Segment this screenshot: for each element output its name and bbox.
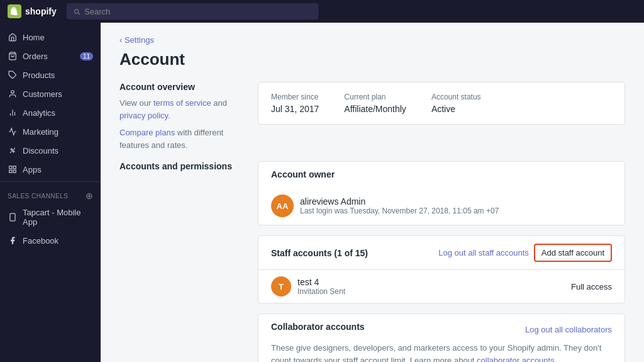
svg-rect-10 xyxy=(13,166,16,169)
marketing-icon xyxy=(8,127,18,137)
search-icon xyxy=(73,8,80,16)
staff-accounts-heading: Staff accounts (1 of 15) xyxy=(271,248,368,258)
orders-icon xyxy=(8,51,18,61)
accounts-permissions-heading: Accounts and permissions xyxy=(119,161,245,171)
sidebar-item-products[interactable]: Products xyxy=(0,65,101,84)
discounts-icon xyxy=(8,145,18,156)
collaborator-accounts-card: Collaborator accounts Log out all collab… xyxy=(258,314,625,362)
sidebar: Home Orders 11 Products Customers Anal xyxy=(0,23,101,362)
main-layout: Home Orders 11 Products Customers Anal xyxy=(0,23,644,362)
topbar: shopify xyxy=(0,0,644,23)
terms-link[interactable]: terms of service xyxy=(153,98,211,108)
logout-all-staff-link[interactable]: Log out all staff accounts xyxy=(438,248,529,257)
svg-rect-13 xyxy=(10,213,15,221)
svg-rect-9 xyxy=(9,166,12,169)
collaborator-heading: Collaborator accounts xyxy=(271,322,365,332)
account-owner-heading-row: Account owner xyxy=(258,162,625,187)
facebook-icon xyxy=(8,235,18,246)
account-owner-row: AA alireviews Admin Last login was Tuesd… xyxy=(258,187,625,225)
owner-name: alireviews Admin xyxy=(300,196,499,206)
svg-rect-12 xyxy=(9,170,12,173)
page-title: Account xyxy=(119,50,625,69)
sidebar-item-tapcart[interactable]: Tapcart - Mobile App xyxy=(0,203,101,231)
svg-point-2 xyxy=(11,91,14,94)
member-since: Member since Jul 31, 2017 xyxy=(271,93,319,114)
sidebar-item-apps[interactable]: Apps xyxy=(0,160,101,179)
staff-access: Full access xyxy=(571,282,612,291)
shopify-text: shopify xyxy=(25,6,57,16)
analytics-icon xyxy=(8,108,18,118)
customers-icon xyxy=(8,89,18,99)
collaborator-description: These give designers, developers, and ma… xyxy=(258,342,625,362)
sidebar-item-customers[interactable]: Customers xyxy=(0,84,101,103)
shopify-icon xyxy=(8,4,21,18)
staff-accounts-header: Staff accounts (1 of 15) Log out all sta… xyxy=(258,236,625,270)
staff-accounts-card: Staff accounts (1 of 15) Log out all sta… xyxy=(258,235,625,303)
staff-avatar: T xyxy=(271,276,291,297)
owner-avatar: AA xyxy=(271,195,294,217)
main-content: Settings Account Account overview View o… xyxy=(101,23,644,362)
accounts-permissions-left: Accounts and permissions xyxy=(119,161,245,362)
orders-badge: 11 xyxy=(80,52,93,60)
tapcart-icon xyxy=(8,212,18,222)
accounts-permissions-section: Accounts and permissions Account owner A… xyxy=(119,161,625,362)
svg-point-6 xyxy=(11,149,12,150)
sales-channels-section: SALES CHANNELS ⊕ xyxy=(0,184,101,203)
account-overview-heading: Account overview xyxy=(119,82,245,92)
account-overview-text: View our terms of service and privacy po… xyxy=(119,97,245,122)
account-overview-left: Account overview View our terms of servi… xyxy=(119,82,245,151)
privacy-link[interactable]: privacy policy xyxy=(119,111,168,120)
account-owner-card: Account owner AA alireviews Admin Last l… xyxy=(258,161,625,225)
owner-last-login: Last login was Tuesday, November 27, 201… xyxy=(300,206,499,215)
sidebar-item-discounts[interactable]: Discounts xyxy=(0,141,101,160)
staff-status: Invitation Sent xyxy=(297,287,571,296)
owner-info: alireviews Admin Last login was Tuesday,… xyxy=(300,196,499,215)
add-sales-channel-button[interactable]: ⊕ xyxy=(86,191,94,201)
collaborator-accounts-link[interactable]: collaborator accounts xyxy=(477,356,555,363)
accounts-permissions-right: Account owner AA alireviews Admin Last l… xyxy=(258,161,625,362)
breadcrumb[interactable]: Settings xyxy=(119,35,625,45)
sidebar-item-marketing[interactable]: Marketing xyxy=(0,122,101,141)
svg-point-7 xyxy=(13,151,14,152)
home-icon xyxy=(8,32,18,42)
account-overview-card: Member since Jul 31, 2017 Current plan A… xyxy=(258,82,625,151)
sidebar-item-orders[interactable]: Orders 11 xyxy=(0,47,101,65)
search-input[interactable] xyxy=(84,7,312,16)
collaborator-header: Collaborator accounts Log out all collab… xyxy=(258,314,625,342)
staff-actions: Log out all staff accounts Add staff acc… xyxy=(438,244,612,262)
compare-plans-link[interactable]: Compare plans xyxy=(119,128,175,137)
svg-rect-11 xyxy=(13,170,16,173)
products-icon xyxy=(8,70,18,80)
staff-name: test 4 xyxy=(297,277,571,287)
account-status: Account status Active xyxy=(431,93,481,114)
account-owner-heading: Account owner xyxy=(271,169,612,179)
staff-row: T test 4 Invitation Sent Full access xyxy=(258,270,625,303)
compare-plans-text: Compare plans with different features an… xyxy=(119,127,245,151)
search-bar[interactable] xyxy=(67,3,318,20)
sidebar-item-facebook[interactable]: Facebook xyxy=(0,231,101,250)
add-staff-account-button[interactable]: Add staff account xyxy=(534,244,612,262)
sidebar-item-analytics[interactable]: Analytics xyxy=(0,103,101,122)
current-plan: Current plan Affiliate/Monthly xyxy=(344,93,406,114)
apps-icon xyxy=(8,164,18,174)
logout-all-collaborators-link[interactable]: Log out all collaborators xyxy=(525,325,612,334)
shopify-logo: shopify xyxy=(8,4,57,18)
staff-info: test 4 Invitation Sent xyxy=(297,277,571,296)
account-stats-card: Member since Jul 31, 2017 Current plan A… xyxy=(258,82,625,125)
sidebar-item-home[interactable]: Home xyxy=(0,28,101,47)
sidebar-divider xyxy=(0,181,101,182)
account-overview-section: Account overview View our terms of servi… xyxy=(119,82,625,151)
